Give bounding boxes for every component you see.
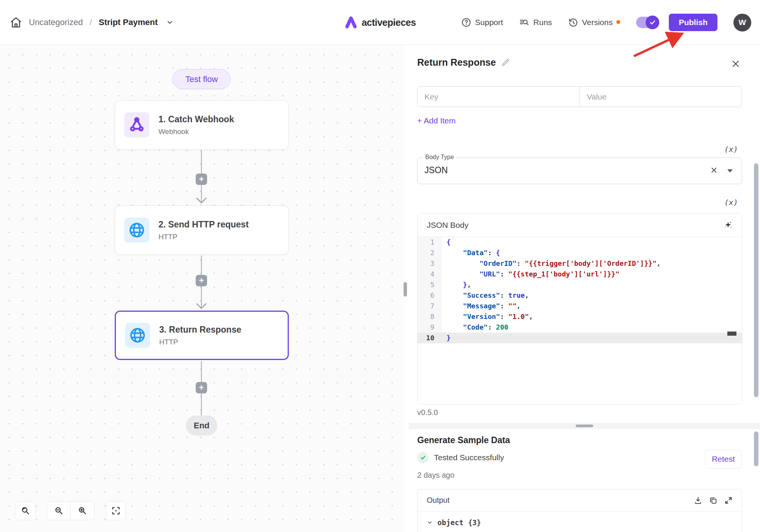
code-line[interactable]: 8 "Version": "1.0", [418, 311, 742, 322]
test-status-label: Tested Successfully [434, 453, 504, 462]
output-tree-root[interactable]: object {3} [418, 511, 742, 527]
zoom-in-icon [78, 506, 87, 516]
globe-icon [124, 218, 149, 243]
dynamic-value-fx-button[interactable]: (x) [724, 198, 738, 207]
json-body-card: JSON Body 1{2 "Data": {3 "OrderID": "{{t… [417, 213, 742, 404]
code-line[interactable]: 7 "Message": "", [418, 301, 742, 311]
add-step-button[interactable]: + [196, 174, 207, 185]
code-line[interactable]: 1{ [418, 237, 742, 248]
value-input[interactable] [580, 87, 742, 107]
line-number: 7 [418, 301, 442, 311]
activepieces-logo[interactable]: activepieces [344, 0, 416, 45]
success-check-icon [417, 452, 429, 463]
output-card: Output object {3} [417, 489, 742, 532]
line-number: 1 [418, 237, 442, 248]
step-node-catch-webhook[interactable]: 1. Catch Webhook Webhook [115, 100, 289, 150]
body-type-value: JSON [424, 165, 448, 175]
dynamic-value-fx-button[interactable]: (x) [724, 145, 738, 154]
versions-label: Versions [582, 18, 613, 27]
step-subtitle: HTTP [159, 338, 241, 346]
code-line[interactable]: 10} [418, 333, 742, 343]
key-input[interactable] [418, 87, 580, 107]
step-title: 3. Return Response [159, 325, 241, 335]
expand-icon[interactable] [724, 496, 733, 505]
body-type-label: Body Type [423, 154, 456, 161]
zoom-reset-button[interactable] [16, 501, 35, 520]
code-line[interactable]: 6 "Success": true, [418, 290, 742, 301]
line-number: 3 [418, 258, 442, 269]
copy-icon[interactable] [709, 496, 717, 505]
breadcrumb-folder[interactable]: Uncategorized [29, 17, 83, 27]
flow-enabled-toggle[interactable] [636, 17, 658, 28]
code-line[interactable]: 2 "Data": { [418, 248, 742, 258]
retest-button[interactable]: Retest [705, 450, 742, 469]
code-text: "Version": "1.0", [442, 311, 533, 322]
caret-down-icon[interactable] [727, 169, 733, 173]
add-item-link[interactable]: + Add Item [417, 116, 456, 125]
top-bar: Uncategorized / Stript Payment activepie… [0, 0, 760, 45]
fit-to-view-icon [111, 506, 121, 516]
chevron-down-icon[interactable] [166, 19, 174, 26]
add-step-button[interactable]: + [196, 275, 207, 286]
runs-menu-item[interactable]: Runs [519, 17, 552, 28]
code-text: "Message": "", [442, 301, 521, 311]
step-node-send-http[interactable]: 2. Send HTTP request HTTP [115, 205, 289, 255]
panel-scrollbar-thumb[interactable] [754, 163, 758, 397]
code-text: "Success": true, [442, 290, 529, 301]
zoom-out-icon [54, 506, 64, 516]
support-menu-item[interactable]: Support [461, 17, 503, 27]
editor-scrollbar-thumb[interactable] [727, 332, 736, 336]
step-title: 2. Send HTTP request [158, 219, 249, 230]
bottom-scrollbar-thumb[interactable] [754, 431, 758, 466]
line-number: 8 [418, 311, 442, 322]
line-number: 9 [418, 322, 442, 333]
code-text: }, [442, 279, 471, 290]
code-line[interactable]: 9 "Code": 200 [418, 322, 742, 333]
fit-to-view-button[interactable] [106, 501, 126, 520]
panel-resize-handle[interactable] [404, 282, 407, 297]
splitter-grip [576, 425, 593, 427]
add-step-button[interactable]: + [196, 382, 207, 393]
code-line[interactable]: 4 "URL": "{{step_1['body']['url']}}" [418, 269, 742, 279]
step-title: 1. Catch Webhook [158, 114, 234, 125]
toggle-thumb [646, 16, 659, 29]
code-line[interactable]: 3 "OrderID": "{{trigger['body']['OrderID… [418, 258, 742, 269]
tree-chevron-icon[interactable] [427, 519, 433, 526]
piece-version-label: v0.5.0 [417, 408, 438, 417]
json-code-editor[interactable]: 1{2 "Data": {3 "OrderID": "{{trigger['bo… [418, 237, 742, 404]
line-number: 4 [418, 269, 442, 279]
panel-splitter[interactable] [409, 423, 760, 429]
close-icon[interactable] [731, 59, 740, 68]
test-timestamp: 2 days ago [417, 471, 454, 480]
step-node-return-response[interactable]: 3. Return Response HTTP [115, 311, 289, 360]
home-icon[interactable] [10, 16, 22, 28]
zoom-in-out-group [47, 501, 95, 520]
body-type-select[interactable]: Body Type JSON [417, 158, 742, 184]
code-text: "Data": { [442, 248, 500, 258]
code-text: "OrderID": "{{trigger['body']['OrderID']… [442, 258, 661, 269]
download-icon[interactable] [694, 496, 702, 505]
zoom-reset-icon [21, 506, 30, 516]
avatar[interactable]: W [733, 14, 751, 32]
tree-node-count: {3} [468, 518, 481, 527]
versions-history-icon [568, 17, 578, 28]
test-status-row: Tested Successfully [417, 452, 504, 463]
publish-button[interactable]: Publish [669, 14, 717, 31]
tree-node-type: object [437, 518, 464, 527]
versions-menu-item[interactable]: Versions [568, 17, 613, 28]
line-number: 2 [418, 248, 442, 258]
connector-arrow-icon [195, 197, 207, 204]
test-flow-button[interactable]: Test flow [173, 69, 231, 89]
zoom-in-button[interactable] [71, 502, 94, 520]
code-line[interactable]: 5 }, [418, 279, 742, 290]
breadcrumb: Uncategorized / Stript Payment [10, 0, 174, 45]
clear-icon[interactable] [710, 166, 718, 174]
edit-pencil-icon[interactable] [501, 58, 510, 67]
zoom-out-button[interactable] [47, 502, 71, 520]
runs-label: Runs [534, 18, 552, 27]
sparkle-ai-icon[interactable] [724, 221, 733, 230]
line-number: 10 [418, 333, 442, 343]
connector-arrow-icon [195, 302, 207, 310]
breadcrumb-flow-name[interactable]: Stript Payment [99, 17, 158, 27]
flow-canvas[interactable]: Test flow 1. Catch Webhook Webhook + 2. … [0, 45, 404, 532]
